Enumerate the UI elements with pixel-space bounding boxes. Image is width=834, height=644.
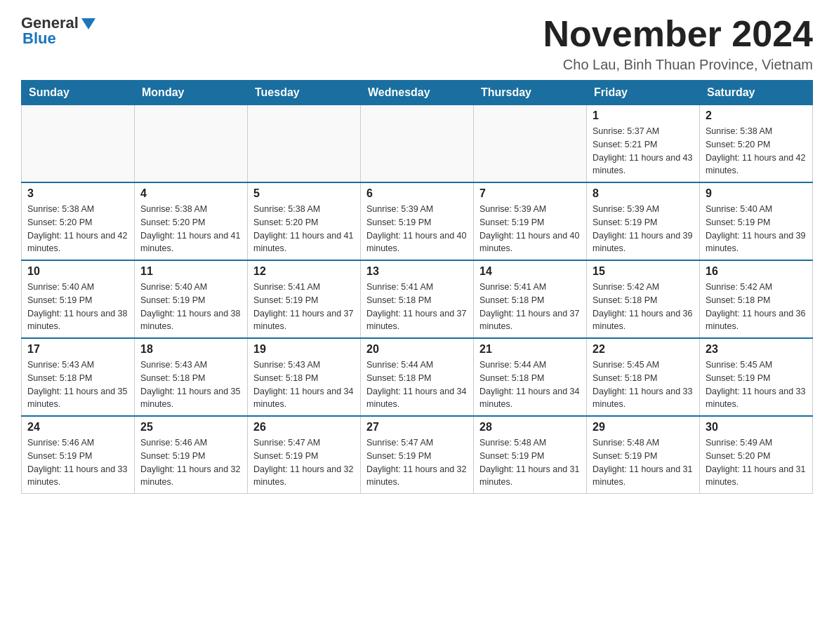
- day-number: 10: [27, 265, 128, 278]
- column-header-saturday: Saturday: [700, 81, 813, 105]
- day-info: Sunrise: 5:41 AMSunset: 5:18 PMDaylight:…: [479, 281, 581, 333]
- day-info: Sunrise: 5:38 AMSunset: 5:20 PMDaylight:…: [706, 125, 807, 177]
- calendar-cell: [135, 105, 248, 183]
- day-number: 15: [593, 265, 694, 278]
- calendar-cell: [474, 105, 587, 183]
- day-info: Sunrise: 5:43 AMSunset: 5:18 PMDaylight:…: [140, 358, 241, 411]
- calendar-cell: 6Sunrise: 5:39 AMSunset: 5:19 PMDaylight…: [361, 182, 474, 260]
- calendar-cell: 15Sunrise: 5:42 AMSunset: 5:18 PMDayligh…: [587, 260, 700, 338]
- calendar-cell: 20Sunrise: 5:44 AMSunset: 5:18 PMDayligh…: [361, 338, 474, 416]
- calendar-cell: 4Sunrise: 5:38 AMSunset: 5:20 PMDaylight…: [135, 182, 248, 260]
- day-info: Sunrise: 5:39 AMSunset: 5:19 PMDaylight:…: [479, 203, 581, 255]
- day-number: 7: [479, 187, 581, 200]
- day-number: 11: [140, 265, 241, 278]
- calendar-cell: 7Sunrise: 5:39 AMSunset: 5:19 PMDaylight…: [474, 182, 587, 260]
- day-number: 27: [366, 421, 468, 434]
- day-number: 22: [593, 343, 694, 356]
- logo: General Blue: [21, 14, 95, 48]
- day-info: Sunrise: 5:42 AMSunset: 5:18 PMDaylight:…: [706, 281, 807, 333]
- day-info: Sunrise: 5:47 AMSunset: 5:19 PMDaylight:…: [366, 436, 468, 489]
- day-number: 5: [253, 187, 355, 200]
- day-info: Sunrise: 5:44 AMSunset: 5:18 PMDaylight:…: [366, 358, 468, 411]
- calendar-week-row: 1Sunrise: 5:37 AMSunset: 5:21 PMDaylight…: [22, 105, 813, 183]
- day-number: 8: [593, 187, 694, 200]
- column-header-sunday: Sunday: [22, 81, 135, 105]
- day-number: 30: [706, 421, 807, 434]
- day-info: Sunrise: 5:43 AMSunset: 5:18 PMDaylight:…: [27, 358, 128, 411]
- calendar-cell: 26Sunrise: 5:47 AMSunset: 5:19 PMDayligh…: [248, 416, 361, 494]
- calendar-cell: 14Sunrise: 5:41 AMSunset: 5:18 PMDayligh…: [474, 260, 587, 338]
- day-number: 1: [593, 109, 694, 122]
- column-header-tuesday: Tuesday: [248, 81, 361, 105]
- calendar-cell: 5Sunrise: 5:38 AMSunset: 5:20 PMDaylight…: [248, 182, 361, 260]
- calendar-cell: 13Sunrise: 5:41 AMSunset: 5:18 PMDayligh…: [361, 260, 474, 338]
- day-info: Sunrise: 5:48 AMSunset: 5:19 PMDaylight:…: [479, 436, 581, 489]
- logo-blue-text: Blue: [22, 29, 56, 47]
- calendar-week-row: 3Sunrise: 5:38 AMSunset: 5:20 PMDaylight…: [22, 182, 813, 260]
- day-info: Sunrise: 5:45 AMSunset: 5:18 PMDaylight:…: [593, 358, 694, 411]
- calendar-cell: 25Sunrise: 5:46 AMSunset: 5:19 PMDayligh…: [135, 416, 248, 494]
- calendar-cell: 3Sunrise: 5:38 AMSunset: 5:20 PMDaylight…: [22, 182, 135, 260]
- column-header-friday: Friday: [587, 81, 700, 105]
- day-info: Sunrise: 5:46 AMSunset: 5:19 PMDaylight:…: [140, 436, 241, 489]
- calendar-cell: 10Sunrise: 5:40 AMSunset: 5:19 PMDayligh…: [22, 260, 135, 338]
- day-info: Sunrise: 5:47 AMSunset: 5:19 PMDaylight:…: [253, 436, 355, 489]
- calendar-cell: 17Sunrise: 5:43 AMSunset: 5:18 PMDayligh…: [22, 338, 135, 416]
- day-number: 24: [27, 421, 128, 434]
- day-number: 6: [366, 187, 468, 200]
- calendar-week-row: 10Sunrise: 5:40 AMSunset: 5:19 PMDayligh…: [22, 260, 813, 338]
- calendar-cell: 8Sunrise: 5:39 AMSunset: 5:19 PMDaylight…: [587, 182, 700, 260]
- day-info: Sunrise: 5:40 AMSunset: 5:19 PMDaylight:…: [140, 281, 241, 333]
- day-info: Sunrise: 5:45 AMSunset: 5:19 PMDaylight:…: [706, 358, 807, 411]
- day-info: Sunrise: 5:37 AMSunset: 5:21 PMDaylight:…: [593, 125, 694, 177]
- day-number: 3: [27, 187, 128, 200]
- day-number: 19: [253, 343, 355, 356]
- calendar-cell: 9Sunrise: 5:40 AMSunset: 5:19 PMDaylight…: [700, 182, 813, 260]
- calendar-week-row: 17Sunrise: 5:43 AMSunset: 5:18 PMDayligh…: [22, 338, 813, 416]
- day-number: 26: [253, 421, 355, 434]
- day-info: Sunrise: 5:48 AMSunset: 5:19 PMDaylight:…: [593, 436, 694, 489]
- day-number: 9: [706, 187, 807, 200]
- day-info: Sunrise: 5:39 AMSunset: 5:19 PMDaylight:…: [593, 203, 694, 255]
- calendar-cell: 23Sunrise: 5:45 AMSunset: 5:19 PMDayligh…: [700, 338, 813, 416]
- day-number: 23: [706, 343, 807, 356]
- day-number: 21: [479, 343, 581, 356]
- calendar-table: SundayMondayTuesdayWednesdayThursdayFrid…: [21, 80, 813, 494]
- day-number: 18: [140, 343, 241, 356]
- calendar-cell: 19Sunrise: 5:43 AMSunset: 5:18 PMDayligh…: [248, 338, 361, 416]
- day-number: 2: [706, 109, 807, 122]
- calendar-cell: 24Sunrise: 5:46 AMSunset: 5:19 PMDayligh…: [22, 416, 135, 494]
- day-info: Sunrise: 5:43 AMSunset: 5:18 PMDaylight:…: [253, 358, 355, 411]
- calendar-cell: 2Sunrise: 5:38 AMSunset: 5:20 PMDaylight…: [700, 105, 813, 183]
- calendar-cell: [361, 105, 474, 183]
- day-number: 29: [593, 421, 694, 434]
- day-info: Sunrise: 5:49 AMSunset: 5:20 PMDaylight:…: [706, 436, 807, 489]
- day-info: Sunrise: 5:38 AMSunset: 5:20 PMDaylight:…: [27, 203, 128, 255]
- calendar-cell: [248, 105, 361, 183]
- month-title: November 2024: [543, 14, 813, 54]
- calendar-cell: 29Sunrise: 5:48 AMSunset: 5:19 PMDayligh…: [587, 416, 700, 494]
- calendar-week-row: 24Sunrise: 5:46 AMSunset: 5:19 PMDayligh…: [22, 416, 813, 494]
- calendar-header-row: SundayMondayTuesdayWednesdayThursdayFrid…: [22, 81, 813, 105]
- day-number: 12: [253, 265, 355, 278]
- day-info: Sunrise: 5:38 AMSunset: 5:20 PMDaylight:…: [140, 203, 241, 255]
- day-info: Sunrise: 5:41 AMSunset: 5:19 PMDaylight:…: [253, 281, 355, 333]
- title-block: November 2024 Cho Lau, Binh Thuan Provin…: [543, 14, 813, 73]
- calendar-cell: 27Sunrise: 5:47 AMSunset: 5:19 PMDayligh…: [361, 416, 474, 494]
- day-info: Sunrise: 5:38 AMSunset: 5:20 PMDaylight:…: [253, 203, 355, 255]
- calendar-cell: 11Sunrise: 5:40 AMSunset: 5:19 PMDayligh…: [135, 260, 248, 338]
- day-info: Sunrise: 5:39 AMSunset: 5:19 PMDaylight:…: [366, 203, 468, 255]
- day-number: 16: [706, 265, 807, 278]
- day-number: 17: [27, 343, 128, 356]
- calendar-cell: 30Sunrise: 5:49 AMSunset: 5:20 PMDayligh…: [700, 416, 813, 494]
- day-info: Sunrise: 5:41 AMSunset: 5:18 PMDaylight:…: [366, 281, 468, 333]
- day-number: 20: [366, 343, 468, 356]
- day-info: Sunrise: 5:44 AMSunset: 5:18 PMDaylight:…: [479, 358, 581, 411]
- calendar-cell: [22, 105, 135, 183]
- day-number: 28: [479, 421, 581, 434]
- day-info: Sunrise: 5:40 AMSunset: 5:19 PMDaylight:…: [27, 281, 128, 333]
- calendar-cell: 1Sunrise: 5:37 AMSunset: 5:21 PMDaylight…: [587, 105, 700, 183]
- column-header-monday: Monday: [135, 81, 248, 105]
- calendar-cell: 21Sunrise: 5:44 AMSunset: 5:18 PMDayligh…: [474, 338, 587, 416]
- logo-triangle-icon: [81, 18, 95, 29]
